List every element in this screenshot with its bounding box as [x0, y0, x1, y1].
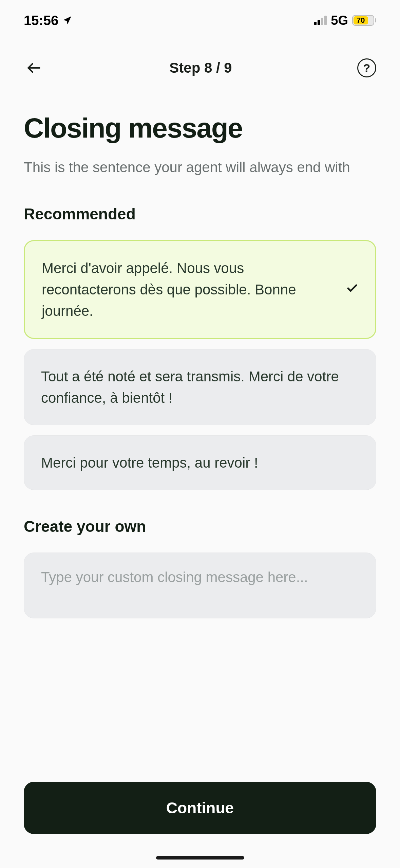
signal-icon [314, 16, 327, 25]
home-indicator[interactable] [156, 856, 244, 860]
recommended-label: Recommended [24, 205, 376, 223]
status-indicators: 5G 70 [314, 13, 376, 28]
nav-bar: Step 8 / 9 ? [0, 37, 400, 92]
battery-icon: 70 [352, 15, 376, 26]
check-icon [346, 279, 358, 300]
footer: Continue [0, 772, 400, 868]
custom-label: Create your own [24, 517, 376, 536]
recommended-option-2[interactable]: Tout a été noté et sera transmis. Merci … [24, 349, 376, 425]
battery-level: 70 [354, 16, 368, 24]
question-icon: ? [363, 61, 370, 75]
status-time-group: 15:56 [24, 13, 73, 28]
status-bar: 15:56 5G 70 [0, 0, 400, 37]
recommended-option-3[interactable]: Merci pour votre temps, au revoir ! [24, 435, 376, 490]
main-content: Closing message This is the sentence you… [0, 92, 400, 620]
option-text: Tout a été noté et sera transmis. Merci … [41, 366, 359, 409]
network-label: 5G [331, 13, 348, 28]
custom-section: Create your own [24, 517, 376, 620]
help-button[interactable]: ? [357, 58, 376, 77]
step-indicator: Step 8 / 9 [169, 60, 232, 76]
arrow-left-icon [25, 59, 42, 76]
page-title: Closing message [24, 112, 376, 144]
location-icon [62, 13, 73, 28]
custom-message-input[interactable] [24, 553, 376, 618]
page-subtitle: This is the sentence your agent will alw… [24, 158, 376, 178]
recommended-option-1[interactable]: Merci d'avoir appelé. Nous vous recontac… [24, 240, 376, 339]
continue-button[interactable]: Continue [24, 782, 376, 834]
option-text: Merci d'avoir appelé. Nous vous recontac… [42, 257, 336, 322]
status-time: 15:56 [24, 13, 58, 28]
back-button[interactable] [24, 58, 44, 78]
option-text: Merci pour votre temps, au revoir ! [41, 452, 359, 473]
